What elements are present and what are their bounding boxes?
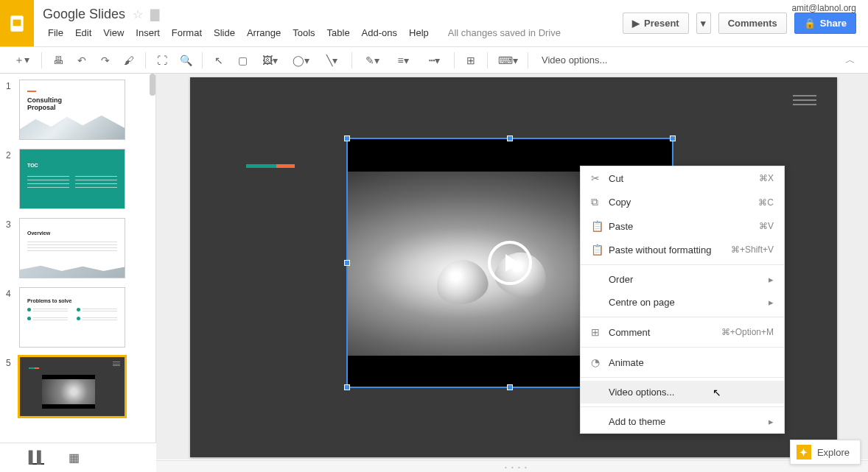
menu-copy[interactable]: ⧉Copy⌘C [581,190,784,214]
menu-file[interactable]: File [43,25,69,40]
explore-label: Explore [817,447,850,458]
resize-handle[interactable] [507,135,513,141]
textbox-icon[interactable]: ▢ [232,50,253,71]
select-tool-icon[interactable]: ↖ [209,50,229,71]
folder-icon[interactable]: ▇ [150,7,159,21]
animate-icon: ◔ [591,356,609,368]
context-menu: ✂Cut⌘X ⧉Copy⌘C 📋Paste⌘V 📋Paste without f… [580,166,785,434]
svg-rect-1 [13,19,21,26]
line-icon[interactable]: ╲▾ [318,50,346,71]
paint-format-icon[interactable]: 🖌 [119,50,139,71]
line-dash-icon[interactable]: ┅▾ [420,50,448,71]
thumb-number: 3 [6,218,19,278]
filmstrip-footer: ▌▌ ▦ [0,443,156,472]
menu-centre[interactable]: Centre on page▸ [581,291,784,314]
slide-thumbnail-4[interactable]: Problems to solve [19,287,125,348]
thumbnail-row: 3 Overview [6,218,148,278]
share-button[interactable]: 🔒Share [794,13,856,34]
slides-logo[interactable] [0,0,34,46]
title-area: Google Slides ☆ ▇ File Edit View Insert … [34,0,611,46]
titlebar: Google Slides ☆ ▇ File Edit View Insert … [0,0,868,47]
slide-thumbnail-1[interactable]: Consulting Proposal [19,80,125,140]
menu-add-to-theme[interactable]: Add to theme▸ [581,410,784,433]
menu-arrange[interactable]: Arrange [242,25,286,40]
cut-icon: ✂ [591,172,609,184]
thumb-number: 5 [6,356,19,417]
menu-table[interactable]: Table [322,25,355,40]
menu-view[interactable]: View [98,25,129,40]
undo-icon[interactable]: ↶ [71,50,92,71]
filmstrip-scrollbar[interactable] [147,74,155,459]
resize-handle[interactable] [344,135,350,141]
chevron-right-icon: ▸ [769,416,774,427]
comment-icon: ⊞ [591,326,609,338]
menu-slide[interactable]: Slide [209,25,240,40]
print-icon[interactable]: 🖶 [48,50,69,71]
toolbar: ＋▾ 🖶 ↶ ↷ 🖌 ⛶ 🔍 ↖ ▢ 🖼▾ ◯▾ ╲▾ ✎▾ ≡▾ ┅▾ ⊞ ⌨… [0,47,868,74]
menu-video-options[interactable]: Video options... [581,381,784,404]
line-weight-icon[interactable]: ≡▾ [389,50,417,71]
resize-handle[interactable] [507,384,513,390]
menubar: File Edit View Insert Format Slide Arran… [43,25,602,40]
menu-animate[interactable]: ◔Animate [581,351,784,374]
thumbnail-row: 4 Problems to solve [6,287,148,348]
menu-comment[interactable]: ⊞Comment⌘+Option+M [581,320,784,344]
resize-handle[interactable] [344,260,350,266]
menu-icon [793,95,816,105]
menu-cut[interactable]: ✂Cut⌘X [581,166,784,190]
slide-panel: 1 Consulting Proposal 2 TOC 3 Overview 4… [0,74,156,459]
thumbnail-row: 2 TOC [6,149,148,209]
present-button[interactable]: ▶Present [623,13,689,34]
line-color-icon[interactable]: ✎▾ [358,50,386,71]
explore-icon: ✦ [797,445,811,459]
zoom-icon[interactable]: 🔍 [175,50,196,71]
comments-label: Comments [728,18,777,29]
menu-addons[interactable]: Add-ons [357,25,402,40]
chevron-right-icon: ▸ [769,297,774,308]
shape-icon[interactable]: ◯▾ [287,50,315,71]
menu-order[interactable]: Order▸ [581,268,784,291]
filmstrip-view-icon[interactable]: ▌▌ [29,451,44,465]
image-icon[interactable]: 🖼▾ [256,50,284,71]
thumbnail-row: 1 Consulting Proposal [6,80,148,140]
present-dropdown[interactable]: ▾ [696,13,711,34]
thumb-number: 2 [6,149,19,209]
play-icon[interactable] [488,241,532,285]
video-options-toolbar[interactable]: Video options... [534,52,615,68]
zoom-fit-icon[interactable]: ⛶ [152,50,172,71]
save-status: All changes saved in Drive [443,25,566,40]
present-label: Present [644,18,679,29]
menu-paste-no-format[interactable]: 📋Paste without formatting⌘+Shift+V [581,238,784,261]
star-icon[interactable]: ☆ [133,7,143,21]
collapse-toolbar-icon[interactable]: ︿ [840,50,861,71]
explore-button[interactable]: ✦ Explore [790,440,861,465]
menu-tools[interactable]: Tools [287,25,320,40]
comments-button[interactable]: Comments [718,13,787,34]
chevron-right-icon: ▸ [769,274,774,285]
menu-edit[interactable]: Edit [70,25,97,40]
comment-icon[interactable]: ⊞ [461,50,481,71]
resize-handle[interactable] [670,135,676,141]
play-icon: ▶ [632,18,640,29]
menu-insert[interactable]: Insert [130,25,165,40]
slide-thumbnail-3[interactable]: Overview [19,218,125,278]
bottom-bar[interactable]: • • • • [156,460,868,472]
grid-view-icon[interactable]: ▦ [66,451,81,465]
copy-icon: ⧉ [591,196,609,208]
menu-format[interactable]: Format [167,25,207,40]
redo-icon[interactable]: ↷ [95,50,116,71]
input-tools-icon[interactable]: ⌨▾ [494,50,522,71]
account-email[interactable]: amit@labnol.org [791,3,856,13]
menu-paste[interactable]: 📋Paste⌘V [581,214,784,238]
cursor-icon: ↖ [713,387,721,398]
slide-thumbnail-5[interactable] [19,356,125,417]
share-label: Share [820,18,847,29]
accent-bar [246,164,295,168]
lock-icon: 🔒 [804,18,816,29]
new-slide-button[interactable]: ＋▾ [7,50,35,71]
menu-help[interactable]: Help [404,25,434,40]
document-title[interactable]: Google Slides [43,7,125,22]
slide-thumbnail-2[interactable]: TOC [19,149,125,209]
resize-handle[interactable] [344,384,350,390]
slides-icon [7,14,27,33]
